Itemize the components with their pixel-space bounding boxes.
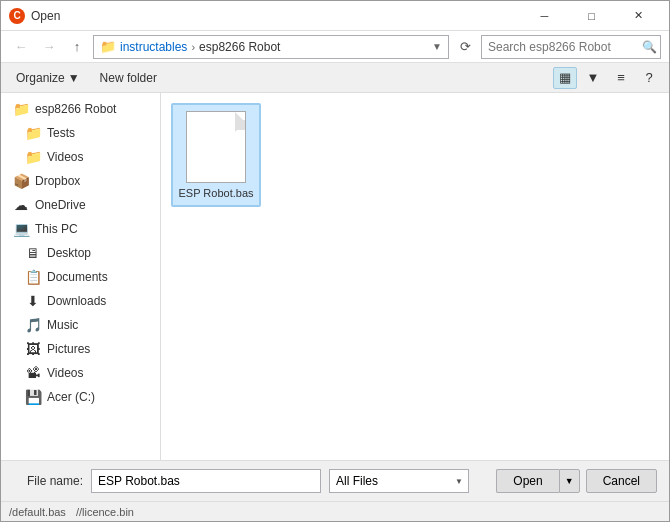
organize-label: Organize — [16, 71, 65, 85]
title-bar: C Open ─ □ ✕ — [1, 1, 669, 31]
maximize-button[interactable]: □ — [569, 5, 614, 27]
view-grid-button[interactable]: ▦ — [553, 67, 577, 89]
file-icon-corner — [235, 120, 245, 130]
window-controls: ─ □ ✕ — [522, 5, 661, 27]
view-dropdown-button[interactable]: ▼ — [581, 67, 605, 89]
up-button[interactable]: ↑ — [65, 35, 89, 59]
sidebar-item-label-pictures: Pictures — [47, 342, 90, 356]
sidebar-item-tests[interactable]: 📁Tests — [1, 121, 160, 145]
sidebar-item-icon-downloads: ⬇ — [25, 293, 41, 309]
sidebar-item-label-esp8266-robot: esp8266 Robot — [35, 102, 116, 116]
sidebar-item-this-pc[interactable]: 💻This PC — [1, 217, 160, 241]
search-icon: 🔍 — [642, 40, 657, 54]
sidebar-item-label-downloads: Downloads — [47, 294, 106, 308]
nav-toolbar: ← → ↑ 📁 instructables › esp8266 Robot ▼ … — [1, 31, 669, 63]
address-bar[interactable]: 📁 instructables › esp8266 Robot ▼ — [93, 35, 449, 59]
view-controls: ▦ ▼ ≡ ? — [553, 67, 661, 89]
sidebar-item-dropbox[interactable]: 📦Dropbox — [1, 169, 160, 193]
sidebar-item-icon-videos2: 📽 — [25, 365, 41, 381]
refresh-button[interactable]: ⟳ — [453, 35, 477, 59]
new-folder-button[interactable]: New folder — [93, 67, 164, 89]
address-dropdown-icon[interactable]: ▼ — [432, 41, 442, 52]
sidebar-item-icon-videos: 📁 — [25, 149, 41, 165]
close-button[interactable]: ✕ — [616, 5, 661, 27]
cancel-button[interactable]: Cancel — [586, 469, 657, 493]
open-dialog: C Open ─ □ ✕ ← → ↑ 📁 instructables › esp… — [0, 0, 670, 522]
file-item-esp-robot-bas[interactable]: ESP Robot.bas — [171, 103, 261, 207]
help-button[interactable]: ? — [637, 67, 661, 89]
organize-button[interactable]: Organize ▼ — [9, 67, 87, 89]
sidebar-item-icon-tests: 📁 — [25, 125, 41, 141]
dialog-title: Open — [31, 9, 522, 23]
sidebar-item-videos2[interactable]: 📽Videos — [1, 361, 160, 385]
sidebar-item-icon-onedrive: ☁ — [13, 197, 29, 213]
sidebar-item-icon-music: 🎵 — [25, 317, 41, 333]
file-area: ESP Robot.bas — [161, 93, 669, 460]
organize-toolbar: Organize ▼ New folder ▦ ▼ ≡ ? — [1, 63, 669, 93]
sidebar-item-icon-desktop: 🖥 — [25, 245, 41, 261]
sidebar-item-icon-this-pc: 💻 — [13, 221, 29, 237]
sidebar-item-desktop[interactable]: 🖥Desktop — [1, 241, 160, 265]
status-text2: //licence.bin — [76, 506, 134, 518]
status-bar: /default.bas //licence.bin — [1, 501, 669, 521]
sidebar-item-icon-acer-c: 💾 — [25, 389, 41, 405]
sidebar-item-label-music: Music — [47, 318, 78, 332]
filetype-select-wrapper: All FilesBASIC Files (*.bas)Text Files (… — [329, 469, 469, 493]
sidebar: 📁esp8266 Robot📁Tests📁Videos📦Dropbox☁OneD… — [1, 93, 161, 460]
sidebar-item-downloads[interactable]: ⬇Downloads — [1, 289, 160, 313]
filename-input[interactable] — [91, 469, 321, 493]
status-text1: /default.bas — [9, 506, 66, 518]
sidebar-item-acer-c[interactable]: 💾Acer (C:) — [1, 385, 160, 409]
sidebar-item-esp8266-robot[interactable]: 📁esp8266 Robot — [1, 97, 160, 121]
sidebar-item-label-acer-c: Acer (C:) — [47, 390, 95, 404]
sidebar-item-label-videos2: Videos — [47, 366, 83, 380]
sidebar-item-documents[interactable]: 📋Documents — [1, 265, 160, 289]
sidebar-item-onedrive[interactable]: ☁OneDrive — [1, 193, 160, 217]
sidebar-item-label-tests: Tests — [47, 126, 75, 140]
minimize-button[interactable]: ─ — [522, 5, 567, 27]
breadcrumb-instructables[interactable]: instructables — [120, 40, 187, 54]
sidebar-item-label-dropbox: Dropbox — [35, 174, 80, 188]
file-icon-large — [186, 111, 246, 183]
forward-button[interactable]: → — [37, 35, 61, 59]
bottom-bar: File name: All FilesBASIC Files (*.bas)T… — [1, 460, 669, 501]
sidebar-item-pictures[interactable]: 🖼Pictures — [1, 337, 160, 361]
filetype-select[interactable]: All FilesBASIC Files (*.bas)Text Files (… — [329, 469, 469, 493]
sidebar-item-icon-documents: 📋 — [25, 269, 41, 285]
sidebar-item-music[interactable]: 🎵Music — [1, 313, 160, 337]
search-bar[interactable]: 🔍 — [481, 35, 661, 59]
sidebar-item-icon-pictures: 🖼 — [25, 341, 41, 357]
sidebar-item-label-videos: Videos — [47, 150, 83, 164]
breadcrumb-separator: › — [191, 41, 195, 53]
action-buttons: Open ▼ Cancel — [496, 469, 657, 493]
sidebar-item-label-desktop: Desktop — [47, 246, 91, 260]
main-content: 📁esp8266 Robot📁Tests📁Videos📦Dropbox☁OneD… — [1, 93, 669, 460]
breadcrumb-current: esp8266 Robot — [199, 40, 280, 54]
open-dropdown-button[interactable]: ▼ — [559, 469, 580, 493]
filename-label: File name: — [13, 474, 83, 488]
app-icon: C — [9, 8, 25, 24]
view-details-button[interactable]: ≡ — [609, 67, 633, 89]
organize-arrow-icon: ▼ — [68, 71, 80, 85]
sidebar-item-videos[interactable]: 📁Videos — [1, 145, 160, 169]
search-input[interactable] — [488, 40, 638, 54]
open-button[interactable]: Open — [496, 469, 558, 493]
folder-icon: 📁 — [100, 39, 116, 54]
back-button[interactable]: ← — [9, 35, 33, 59]
sidebar-item-icon-dropbox: 📦 — [13, 173, 29, 189]
sidebar-item-label-this-pc: This PC — [35, 222, 78, 236]
sidebar-item-icon-esp8266-robot: 📁 — [13, 101, 29, 117]
filename-row: File name: All FilesBASIC Files (*.bas)T… — [13, 469, 657, 493]
file-name-label: ESP Robot.bas — [178, 187, 253, 199]
sidebar-item-label-onedrive: OneDrive — [35, 198, 86, 212]
sidebar-item-label-documents: Documents — [47, 270, 108, 284]
